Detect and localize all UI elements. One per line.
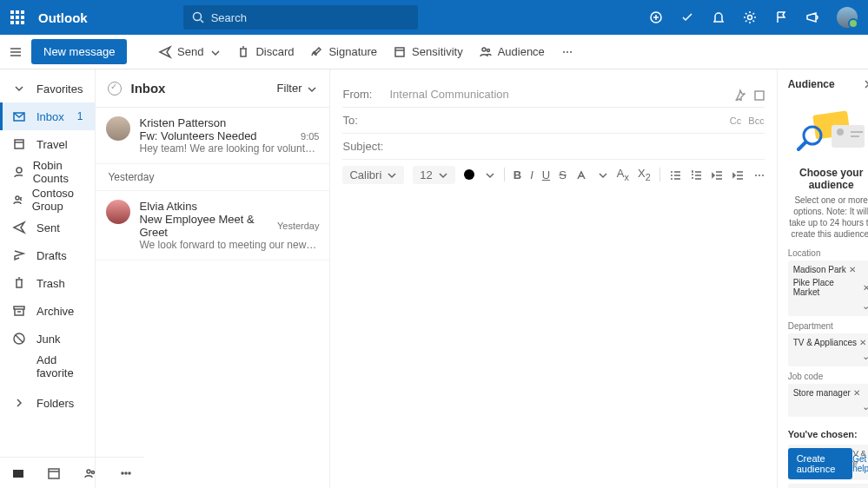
- message-time: Yesterday: [277, 221, 320, 231]
- bullets-icon[interactable]: [669, 168, 681, 181]
- flag-icon[interactable]: [774, 10, 788, 24]
- message-list: Inbox Filter Kristen Patterson Fw: Volun…: [96, 69, 330, 488]
- add-favorite-button[interactable]: Add favorite: [0, 353, 95, 380]
- sidebar-item-robin[interactable]: Robin Counts: [0, 158, 95, 186]
- jobcode-field[interactable]: Store manager✕ ⌄: [788, 384, 868, 417]
- chevron-down-icon[interactable]: ⌄: [862, 300, 868, 312]
- sidebar-item-inbox[interactable]: Inbox1: [0, 102, 95, 130]
- svg-point-2: [748, 16, 752, 20]
- svg-rect-30: [832, 125, 865, 148]
- cc-button[interactable]: Cc: [730, 115, 741, 126]
- department-field[interactable]: TV & Appliances✕ ⌄: [788, 333, 868, 366]
- location-label: Location: [788, 248, 868, 258]
- font-selector[interactable]: Calibri: [342, 166, 404, 184]
- todo-icon[interactable]: [680, 10, 694, 24]
- chevron-down-icon[interactable]: ⌄: [862, 401, 868, 412]
- superscript-button[interactable]: X2: [638, 167, 651, 182]
- outdent-icon[interactable]: [711, 168, 723, 181]
- brand-label: Outlook: [38, 10, 88, 25]
- chevron-down-icon[interactable]: [209, 46, 221, 58]
- italic-button[interactable]: I: [530, 168, 533, 181]
- send-button[interactable]: Send: [158, 45, 221, 59]
- sidebar-item-trash[interactable]: Trash: [0, 269, 95, 297]
- discard-button[interactable]: Discard: [236, 45, 294, 59]
- bcc-button[interactable]: Bcc: [748, 115, 764, 126]
- sidebar-item-archive[interactable]: Archive: [0, 297, 95, 325]
- sidebar-item-travel[interactable]: Travel: [0, 130, 95, 158]
- underline-button[interactable]: U: [542, 168, 550, 181]
- svg-point-5: [487, 49, 489, 51]
- new-message-button[interactable]: New message: [31, 39, 127, 64]
- favorites-header[interactable]: Favorites: [0, 75, 95, 102]
- app-launcher-icon[interactable]: [10, 10, 24, 24]
- svg-rect-3: [395, 48, 404, 56]
- svg-point-12: [21, 198, 22, 201]
- sidebar-item-contoso[interactable]: Contoso Group: [0, 186, 95, 214]
- more-format-icon[interactable]: [752, 168, 765, 181]
- search-placeholder: Search: [211, 11, 247, 24]
- sensitivity-button[interactable]: Sensitivity: [393, 45, 463, 59]
- user-avatar[interactable]: [837, 7, 858, 28]
- message-item[interactable]: Kristen Patterson Fw: Volunteers Needed9…: [96, 108, 329, 164]
- location-field[interactable]: Madison Park✕ Pike Place Market✕ ⌄: [788, 260, 868, 316]
- strike-button[interactable]: S: [559, 168, 567, 181]
- chevron-down-icon[interactable]: ⌄: [862, 351, 868, 362]
- mail-icon[interactable]: [11, 466, 25, 480]
- megaphone-icon[interactable]: [805, 10, 819, 24]
- color-picker[interactable]: [464, 169, 474, 180]
- get-help-link[interactable]: Get help: [852, 454, 868, 473]
- svg-point-23: [671, 171, 673, 173]
- calendar-icon[interactable]: [47, 466, 61, 480]
- svg-point-20: [125, 472, 127, 474]
- svg-point-17: [87, 470, 90, 473]
- svg-rect-22: [755, 91, 764, 100]
- message-preview: We look forward to meeting our new emplo…: [139, 239, 319, 251]
- remove-chip-icon[interactable]: ✕: [853, 388, 860, 398]
- settings-icon[interactable]: [743, 10, 757, 24]
- signature-button[interactable]: Signature: [309, 45, 377, 59]
- bell-icon[interactable]: [712, 10, 726, 24]
- people-icon[interactable]: [83, 466, 97, 480]
- svg-point-11: [16, 196, 19, 200]
- numbered-icon[interactable]: [690, 168, 702, 181]
- audience-illustration: [788, 97, 868, 167]
- svg-point-21: [129, 472, 130, 474]
- message-preview: Hey team! We are looking for volunteers …: [139, 142, 319, 155]
- sidebar-item-drafts[interactable]: Drafts: [0, 241, 95, 269]
- expand-icon[interactable]: [752, 89, 765, 101]
- sidebar-item-sent[interactable]: Sent: [0, 214, 95, 241]
- remove-chip-icon[interactable]: ✕: [863, 283, 868, 293]
- pin-icon[interactable]: [733, 89, 745, 101]
- search-input[interactable]: Search: [183, 5, 418, 30]
- select-all-toggle[interactable]: [108, 82, 122, 96]
- indent-icon[interactable]: [732, 168, 744, 181]
- svg-point-28: [762, 175, 764, 176]
- to-field[interactable]: To: CcBcc: [342, 108, 764, 134]
- folders-header[interactable]: Folders: [0, 389, 95, 417]
- search-icon: [192, 11, 204, 23]
- close-icon[interactable]: [863, 78, 868, 90]
- audience-heading: Choose your audience: [788, 167, 868, 191]
- svg-point-19: [122, 472, 123, 474]
- chat-icon[interactable]: [649, 10, 663, 24]
- sidebar-item-junk[interactable]: Junk: [0, 325, 95, 353]
- remove-chip-icon[interactable]: ✕: [859, 338, 866, 347]
- svg-point-31: [837, 129, 844, 135]
- remove-chip-icon[interactable]: ✕: [849, 265, 856, 274]
- more-nav-icon[interactable]: [119, 466, 133, 480]
- audience-title: Audience: [788, 78, 863, 90]
- audience-button[interactable]: Audience: [479, 45, 545, 59]
- audience-subtitle: Select one or more options. Note: It wil…: [788, 195, 868, 240]
- size-selector[interactable]: 12: [413, 166, 454, 184]
- highlight-icon[interactable]: [575, 168, 587, 181]
- hamburger-icon[interactable]: [9, 45, 23, 59]
- clear-format-button[interactable]: Ax: [617, 167, 629, 182]
- message-item[interactable]: Elvia Atkins New Employee Meet & GreetYe…: [96, 191, 329, 260]
- create-audience-button[interactable]: Create audience: [788, 448, 852, 479]
- more-icon[interactable]: [560, 45, 574, 59]
- filter-button[interactable]: Filter: [277, 82, 318, 95]
- from-field[interactable]: From: Internal Communication: [342, 82, 764, 108]
- bold-button[interactable]: B: [514, 168, 521, 181]
- svg-point-8: [570, 51, 572, 53]
- subject-field[interactable]: Subject:: [342, 134, 764, 160]
